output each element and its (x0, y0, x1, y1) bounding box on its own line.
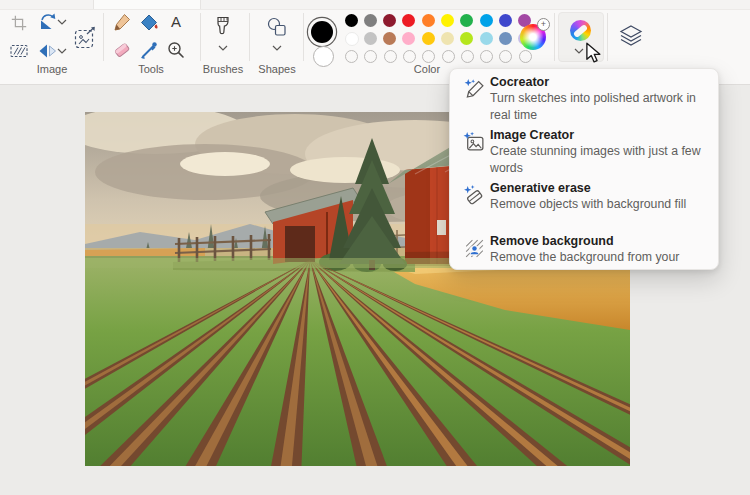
color-swatch[interactable] (441, 14, 454, 27)
layers-button[interactable] (617, 22, 645, 50)
flip-button[interactable] (38, 41, 58, 61)
shapes-icon (266, 16, 288, 38)
layers-icon (618, 23, 644, 49)
pencil-icon (112, 12, 132, 32)
flip-dropdown[interactable] (56, 46, 68, 56)
menu-item-title: Remove background (490, 233, 708, 250)
color-swatch[interactable] (480, 14, 493, 27)
image-group-label: Image (8, 63, 96, 75)
select-button[interactable] (9, 41, 29, 61)
color-swatch[interactable] (480, 32, 493, 45)
color-swatch[interactable] (460, 14, 473, 27)
color-swatch[interactable] (383, 32, 396, 45)
copilot-icon (570, 20, 591, 41)
crop-button[interactable] (9, 13, 29, 33)
menu-item-description: Remove the background from your image (490, 249, 708, 270)
brushes-group-label: Brushes (198, 63, 248, 75)
menu-item-title: Image Creator (490, 127, 708, 144)
color-swatch[interactable] (422, 32, 435, 45)
eyedropper-icon (139, 40, 159, 60)
menu-item-title: Cocreator (490, 74, 708, 91)
foreground-color-swatch[interactable] (311, 21, 333, 43)
empty-color-slot[interactable] (422, 50, 435, 63)
empty-color-slot[interactable] (499, 50, 512, 63)
flip-icon (38, 41, 58, 61)
eraser-icon (112, 40, 132, 60)
background-color-swatch[interactable] (313, 46, 334, 67)
resize-button[interactable] (72, 25, 98, 51)
color-swatch[interactable] (499, 14, 512, 27)
image-creator-icon (463, 131, 486, 154)
menu-item-description: Remove objects with background fill (490, 196, 686, 213)
empty-color-slot[interactable] (403, 50, 416, 63)
pencil-tool[interactable] (112, 12, 132, 32)
cocreator-icon (463, 78, 486, 101)
color-swatch[interactable] (402, 14, 415, 27)
empty-color-slot[interactable] (384, 50, 397, 63)
group-separator (103, 13, 104, 61)
group-separator (303, 13, 304, 61)
crop-icon (10, 14, 28, 32)
remove-background-icon (463, 237, 486, 260)
menu-item-title: Generative erase (490, 180, 686, 197)
magnifier-tool[interactable] (166, 40, 186, 60)
color-swatch[interactable] (383, 14, 396, 27)
shapes-button[interactable] (265, 14, 289, 40)
shapes-dropdown[interactable] (271, 43, 283, 53)
color-swatch[interactable] (402, 32, 415, 45)
empty-color-slot[interactable] (364, 50, 377, 63)
color-swatch[interactable] (422, 14, 435, 27)
text-tool[interactable]: A (166, 12, 186, 32)
fill-bucket-icon (139, 12, 159, 32)
copilot-dropdown-menu: Cocreator Turn sketches into polished ar… (449, 68, 719, 270)
add-color-badge: + (537, 18, 550, 31)
brush-icon (212, 15, 234, 39)
group-separator (554, 13, 555, 61)
menu-item-generative-erase[interactable]: Generative erase Remove objects with bac… (450, 175, 718, 228)
chevron-down-icon (218, 45, 228, 51)
empty-color-slot[interactable] (442, 50, 455, 63)
brushes-dropdown[interactable] (217, 43, 229, 53)
menu-item-description: Turn sketches into polished artwork in r… (490, 90, 708, 123)
group-separator (200, 13, 201, 61)
selection-icon (9, 41, 29, 61)
color-swatch[interactable] (345, 32, 359, 46)
color-swatch[interactable] (345, 14, 358, 27)
text-tool-icon: A (171, 12, 181, 32)
chevron-down-icon (574, 48, 584, 54)
fill-tool[interactable] (139, 12, 159, 32)
menu-item-description: Create stunning images with just a few w… (490, 143, 708, 176)
group-separator (249, 13, 250, 61)
chevron-down-icon (57, 19, 67, 25)
shapes-group-label: Shapes (252, 63, 302, 75)
color-swatch[interactable] (499, 32, 512, 45)
color-swatch[interactable] (460, 32, 473, 45)
empty-color-slot[interactable] (345, 50, 358, 63)
color-swatch[interactable] (364, 32, 377, 45)
empty-color-slot[interactable] (480, 50, 493, 63)
color-swatch[interactable] (364, 14, 377, 27)
rotate-button[interactable] (38, 12, 58, 32)
resize-icon (73, 26, 97, 50)
menu-item-image-creator[interactable]: Image Creator Create stunning images wit… (450, 122, 718, 175)
empty-color-slot[interactable] (519, 50, 532, 63)
chevron-down-icon (57, 48, 67, 54)
menu-item-cocreator[interactable]: Cocreator Turn sketches into polished ar… (450, 69, 718, 122)
color-swatch[interactable] (441, 32, 454, 45)
menu-item-remove-background[interactable]: Remove background Remove the background … (450, 228, 718, 270)
group-separator (607, 13, 608, 61)
eraser-tool[interactable] (112, 40, 132, 60)
tools-group-label: Tools (104, 63, 198, 75)
mouse-cursor (584, 42, 602, 64)
rotate-icon (38, 12, 58, 32)
chevron-down-icon (272, 45, 282, 51)
generative-erase-icon (463, 184, 486, 207)
magnifier-icon (166, 40, 186, 60)
rotate-dropdown[interactable] (56, 17, 68, 27)
brushes-button[interactable] (211, 14, 235, 40)
empty-color-slot[interactable] (461, 50, 474, 63)
color-picker-tool[interactable] (139, 40, 159, 60)
